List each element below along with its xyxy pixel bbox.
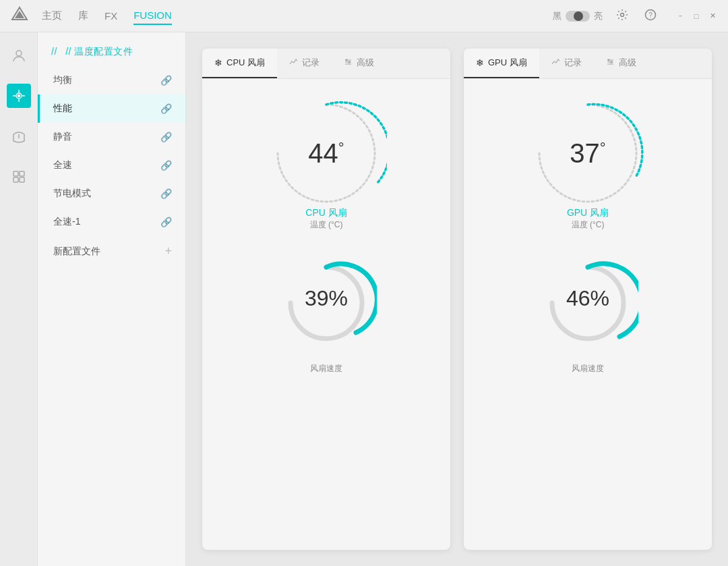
theme-light-label: 亮 (594, 10, 603, 22)
titlebar-right: 黑 亮 ? － □ ✕ (553, 6, 717, 26)
menu-item-link-2: 🔗 (160, 103, 172, 114)
gpu-temp-number: 37 (570, 138, 600, 168)
gpu-advanced-tab[interactable]: 高级 (594, 49, 648, 78)
gpu-panel: ❄ GPU 风扇 记录 (464, 49, 712, 550)
cpu-log-tab[interactable]: 记录 (277, 49, 332, 78)
menu-item-link-1: 🔗 (160, 75, 172, 86)
menu-item-performance[interactable]: 性能 🔗 (38, 94, 185, 123)
sidebar-icon-2[interactable] (7, 84, 31, 108)
toggle-knob (574, 11, 583, 21)
svg-point-21 (608, 59, 609, 61)
cpu-temp-value: 44° (308, 140, 344, 167)
cpu-speed-gauge-wrapper: 39% (276, 252, 377, 353)
gpu-advanced-tab-icon (606, 57, 615, 68)
nav-tabs: 主页 库 FX FUSION (42, 7, 172, 25)
menu-item-link-5: 🔗 (160, 188, 172, 199)
cpu-temp-number: 44 (308, 138, 338, 168)
gpu-speed-value: 46% (566, 285, 609, 310)
close-button[interactable]: ✕ (708, 11, 717, 21)
gpu-temp-value: 37° (570, 140, 605, 167)
tab-library[interactable]: 库 (78, 7, 88, 25)
svg-rect-9 (13, 171, 18, 176)
gpu-fan-tab[interactable]: ❄ GPU 风扇 (464, 49, 539, 78)
sidebar-icon-3[interactable] (7, 124, 31, 148)
menu-item-label: 全速 (53, 159, 72, 171)
menu-item-label: 全速-1 (53, 216, 80, 228)
cpu-fan-tab[interactable]: ❄ CPU 风扇 (202, 49, 277, 78)
cpu-temp-degree: ° (338, 140, 344, 157)
gpu-speed-number: 46% (566, 285, 609, 310)
cpu-panel-tabs: ❄ CPU 风扇 记录 (202, 49, 450, 79)
cpu-speed-value-container: 39% (305, 285, 348, 310)
gpu-log-tab-label: 记录 (564, 57, 582, 69)
cpu-log-tab-label: 记录 (302, 57, 320, 69)
tab-fx[interactable]: FX (104, 7, 117, 24)
cpu-advanced-tab[interactable]: 高级 (332, 49, 386, 78)
cpu-speed-label: 风扇速度 (310, 363, 342, 374)
gpu-temp-sublabel: 温度 (°C) (567, 219, 609, 231)
cpu-fan-tab-icon: ❄ (214, 57, 222, 68)
cpu-panel: ❄ CPU 风扇 记录 (202, 49, 450, 550)
tab-home[interactable]: 主页 (42, 7, 62, 25)
gpu-log-tab[interactable]: 记录 (539, 49, 594, 78)
gpu-speed-label: 风扇速度 (572, 363, 604, 374)
theme-toggle[interactable]: 黑 亮 (553, 10, 603, 22)
sidebar-menu: // // 温度配置文件 均衡 🔗 性能 🔗 静音 🔗 全速 🔗 节电模式 🔗 … (38, 32, 186, 566)
cpu-temp-gauge: /* ticks drawn via JS below */ 44° (266, 92, 387, 231)
cpu-panel-content: /* ticks drawn via JS below */ 44° (202, 79, 450, 388)
gpu-temp-value-container: 37° (570, 140, 605, 167)
main-layout: // // 温度配置文件 均衡 🔗 性能 🔗 静音 🔗 全速 🔗 节电模式 🔗 … (0, 32, 728, 566)
svg-point-22 (611, 61, 612, 63)
cpu-speed-number: 39% (305, 285, 348, 310)
titlebar: 主页 库 FX FUSION 黑 亮 ? － □ ✕ (0, 0, 728, 32)
tab-fusion[interactable]: FUSION (133, 7, 172, 25)
svg-point-5 (16, 51, 22, 56)
sidebar-icon-1[interactable] (7, 43, 31, 67)
settings-icon[interactable] (613, 6, 631, 26)
maximize-button[interactable]: □ (692, 11, 701, 21)
gpu-temp-gauge: 37° GPU 风扇 温度 (°C) (527, 92, 648, 231)
cpu-fan-tab-label: CPU 风扇 (226, 57, 265, 69)
help-icon[interactable]: ? (642, 6, 659, 26)
cpu-advanced-tab-label: 高级 (357, 57, 374, 69)
gpu-panel-content: 37° GPU 风扇 温度 (°C) (464, 79, 712, 388)
sidebar-header: // // 温度配置文件 (38, 32, 185, 66)
gpu-panel-tabs: ❄ GPU 风扇 记录 (464, 49, 712, 79)
gpu-fan-tab-icon: ❄ (476, 57, 484, 68)
menu-item-link-6: 🔗 (160, 217, 172, 227)
menu-item-label: 性能 (53, 103, 72, 115)
theme-dark-label: 黑 (553, 10, 562, 22)
svg-point-2 (621, 13, 624, 16)
svg-point-7 (18, 95, 20, 97)
sidebar-header-icon: // (51, 46, 57, 57)
gpu-temp-gauge-wrapper: 37° (527, 92, 648, 214)
cpu-temp-sublabel: 温度 (°C) (305, 219, 346, 231)
svg-rect-10 (20, 171, 24, 176)
menu-item-balanced[interactable]: 均衡 🔗 (38, 66, 185, 94)
menu-item-powersave[interactable]: 节电模式 🔗 (38, 179, 185, 208)
minimize-button[interactable]: － (675, 11, 685, 21)
menu-item-link-3: 🔗 (160, 132, 172, 142)
sidebar-icon-4[interactable] (7, 165, 31, 189)
menu-item-fullspeed1[interactable]: 全速-1 🔗 (38, 208, 185, 236)
cpu-log-tab-icon (289, 57, 298, 68)
menu-item-new[interactable]: 新配置文件 + (38, 236, 185, 266)
svg-rect-12 (20, 177, 24, 182)
cpu-temp-value-container: 44° (308, 140, 344, 167)
cpu-advanced-tab-icon (344, 57, 353, 68)
menu-item-quiet[interactable]: 静音 🔗 (38, 123, 185, 151)
gpu-fan-tab-label: GPU 风扇 (488, 57, 527, 69)
window-controls: － □ ✕ (675, 11, 717, 21)
content-area: ❄ CPU 风扇 记录 (186, 32, 728, 566)
cpu-speed-gauge: 39% 风扇速度 (276, 252, 377, 374)
gpu-speed-gauge-wrapper: 46% (537, 252, 638, 353)
menu-item-fullspeed[interactable]: 全速 🔗 (38, 151, 185, 179)
app-logo (11, 6, 28, 26)
menu-item-link-4: 🔗 (160, 160, 172, 171)
menu-item-add-icon: + (164, 244, 172, 258)
cpu-temp-gauge-wrapper: /* ticks drawn via JS below */ 44° (266, 92, 387, 214)
gpu-log-tab-icon (551, 57, 560, 68)
menu-item-label: 节电模式 (53, 188, 91, 200)
svg-point-16 (346, 59, 347, 61)
toggle-track[interactable] (566, 11, 590, 22)
